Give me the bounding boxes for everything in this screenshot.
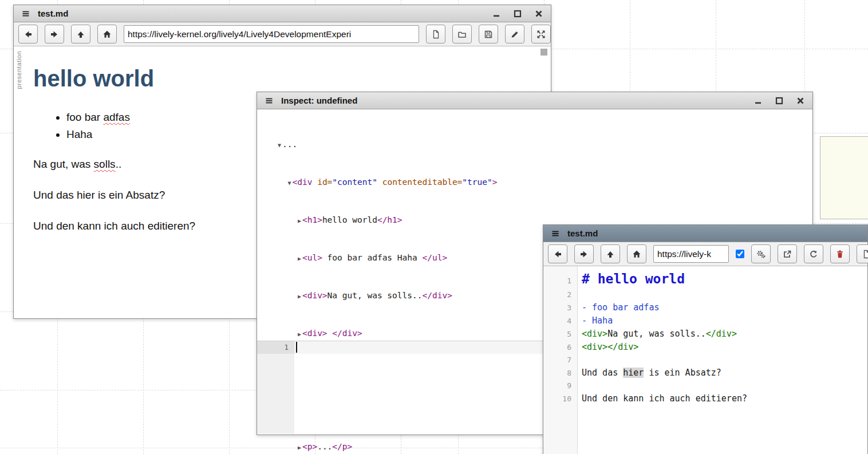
back-button[interactable] [548,244,567,263]
close-icon [534,9,543,18]
line-number: 1 [543,275,578,287]
save-button[interactable] [479,25,498,44]
minimize-button[interactable] [490,7,503,20]
line-number: 4 [543,315,578,327]
close-icon [796,96,805,105]
code-text[interactable]: <div>Na gut, was solls..</div> [578,327,737,340]
line-number: 8 [543,367,578,380]
edit-button[interactable] [505,25,524,44]
folder-button[interactable] [452,25,472,44]
code-line: 7 [543,354,867,366]
line-number: 9 [543,380,578,392]
minimize-icon [492,9,501,18]
navigation-toolbar [14,22,551,46]
window-menu-button[interactable] [19,7,32,20]
code-line: 2 [543,289,867,301]
home-icon [102,30,112,39]
minimize-button[interactable] [752,94,764,107]
settings-button[interactable] [751,244,771,263]
new-file-button[interactable] [857,244,868,263]
navigation-toolbar [543,242,867,266]
new-file-button[interactable] [426,25,445,44]
home-button[interactable] [627,244,646,263]
maximize-button[interactable] [773,94,786,107]
up-arrow-icon [76,30,85,39]
open-external-button[interactable] [778,244,797,263]
close-button[interactable] [532,7,545,20]
trash-icon [835,250,845,259]
url-input[interactable] [653,245,729,263]
fullscreen-button[interactable] [531,25,551,44]
external-link-icon [783,250,792,259]
code-line: 9 [543,380,867,392]
line-number: 1 [257,341,294,354]
forward-button[interactable] [574,244,594,263]
hamburger-icon [551,229,560,238]
save-icon [484,30,493,39]
home-button[interactable] [97,25,117,44]
url-input[interactable] [124,25,419,43]
maximize-icon [775,96,784,105]
hamburger-icon [265,96,274,105]
window-menu-button[interactable] [263,94,275,107]
code-text[interactable]: # hello world [578,269,685,289]
up-button[interactable] [601,244,620,263]
code-text[interactable]: - foo bar adfas [578,301,659,314]
titlebar[interactable]: test.md [543,225,867,242]
window-markdown-editor: test.md 1 [543,224,868,454]
forward-arrow-icon [579,250,589,259]
maximize-icon [513,9,522,18]
tree-line[interactable]: ▼<div id="content" contenteditable="true… [278,176,812,188]
code-text[interactable]: Und das hier is ein Absatz? [578,366,721,379]
forward-button[interactable] [45,25,64,44]
code-line: 1 # hello world [543,269,867,289]
code-text[interactable]: Und den kann ich auch editieren? [578,392,747,405]
delete-button[interactable] [830,244,850,263]
heading-hello-world: hello world [33,66,537,92]
window-title: test.md [38,9,68,18]
refresh-icon [809,250,818,259]
file-icon [431,30,440,39]
pencil-icon [510,30,519,39]
code-text[interactable]: <div></div> [578,341,638,353]
back-arrow-icon [23,30,33,39]
line-number: 3 [543,302,578,314]
maximize-button[interactable] [511,7,524,20]
line-number: 5 [543,328,578,341]
up-arrow-icon [606,250,615,259]
background-window-fragment [820,136,868,219]
line-number: 6 [543,341,578,354]
expand-icon [536,30,546,39]
source-code-editor[interactable]: 1 # hello world 2 3 - foo bar adfas 4 - … [543,266,867,454]
window-menu-button[interactable] [549,227,562,240]
file-icon [862,250,868,259]
presentation-label: presentation [15,51,22,89]
code-line: 10 Und den kann ich auch editieren? [543,392,867,405]
reload-button[interactable] [804,244,823,263]
titlebar[interactable]: test.md [14,5,551,22]
code-line: 4 - Haha [543,314,867,327]
titlebar[interactable]: Inspect: undefined [257,92,812,109]
code-line: 5 <div>Na gut, was solls..</div> [543,327,867,341]
code-text[interactable]: - Haha [578,314,613,327]
back-button[interactable] [18,25,38,44]
tree-line[interactable]: ▼... [278,138,812,151]
minimize-icon [753,96,763,105]
line-number: 2 [543,289,578,301]
text-cursor [296,342,297,353]
scrollbar-thumb[interactable] [540,49,547,56]
folder-icon [457,30,467,39]
auto-update-checkbox[interactable] [736,250,744,258]
back-arrow-icon [553,250,562,259]
code-line: 6 <div></div> [543,341,867,354]
code-line: 3 - foo bar adfas [543,301,867,314]
window-controls [490,7,545,20]
up-button[interactable] [71,25,90,44]
window-title: test.md [567,228,598,238]
gears-icon [756,250,766,259]
line-number: 7 [543,354,578,366]
window-title: Inspect: undefined [281,96,357,105]
code-line: 8 Und das hier is ein Absatz? [543,366,867,380]
close-button[interactable] [794,94,807,107]
hamburger-icon [21,9,30,18]
